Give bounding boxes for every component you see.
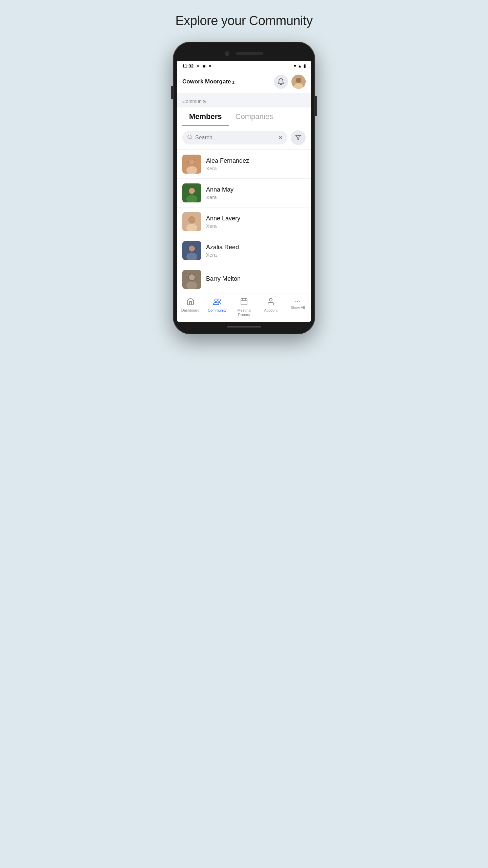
list-item[interactable]: Anne Lavery Xera [177,208,311,236]
search-icon [187,134,192,141]
status-icons-left: ⊕ ▣ ⊗ [196,64,212,68]
notification-bell-button[interactable] [274,75,288,89]
nav-item-show-all[interactable]: ··· Show All [284,294,311,322]
wifi-icon: ▾ [294,63,296,68]
account-icon [267,297,275,307]
svg-point-20 [189,245,195,252]
nav-label-dashboard: Dashboard [181,308,200,313]
globe-icon: ⊕ [196,64,200,68]
svg-marker-4 [296,135,301,140]
status-time: 11:32 [182,63,194,68]
svg-point-16 [189,217,195,223]
chevron-down-icon: ▾ [232,80,235,84]
tab-members[interactable]: Members [182,107,229,126]
svg-rect-27 [241,299,247,305]
member-info: Azalia Reed Xera [206,244,306,258]
member-avatar [182,270,201,289]
member-name: Alea Fernandez [206,157,306,164]
list-item[interactable]: Azalia Reed Xera [177,236,311,265]
nav-label-account: Account [264,308,278,313]
phone-screen: 11:32 ⊕ ▣ ⊗ ▾ ▲ ▮ Cowork Moorgate ▾ [177,61,311,322]
user-avatar-icon [291,75,306,89]
show-all-icon: ··· [294,297,301,304]
phone-bottom-bar [177,322,311,330]
member-company: Xera [206,223,306,229]
svg-point-1 [296,78,301,83]
nav-item-account[interactable]: Account [258,294,284,322]
avatar-alea [182,155,201,174]
nav-item-community[interactable]: Community [204,294,230,322]
search-area: ✕ [177,126,311,149]
member-avatar [182,241,201,260]
nav-label-show-all: Show All [290,305,305,310]
status-bar-right: ▾ ▲ ▮ [294,63,306,68]
nav-label-meeting-rooms: Meeting Rooms [237,308,250,317]
svg-point-8 [189,159,195,165]
list-item[interactable]: Barry Melton [177,265,311,294]
nav-label-community: Community [208,308,227,313]
phone-speaker [236,52,263,55]
list-item[interactable]: Anna May Xera [177,179,311,208]
bell-icon [277,78,285,85]
phone-top-bar [177,46,311,61]
member-info: Alea Fernandez Xera [206,157,306,171]
svg-point-24 [189,274,195,280]
member-company: Xera [206,252,306,258]
filter-button[interactable] [291,130,306,145]
clear-search-button[interactable]: ✕ [278,135,283,141]
member-company: Xera [206,165,306,171]
dnd-icon: ⊗ [208,64,212,68]
content-area: Community Members Companies [177,93,311,294]
status-bar-left: 11:32 ⊕ ▣ ⊗ [182,63,212,68]
user-avatar-button[interactable] [291,75,306,89]
page-title: Explore your Community [175,14,312,28]
member-company: Xera [206,194,306,200]
tab-companies[interactable]: Companies [229,107,280,126]
member-name: Anne Lavery [206,215,306,222]
dashboard-icon [186,297,195,307]
signal-icon: ▲ [298,63,302,68]
member-info: Anne Lavery Xera [206,215,306,229]
workspace-selector[interactable]: Cowork Moorgate ▾ [182,78,235,85]
svg-point-25 [215,299,217,301]
front-camera [225,51,229,56]
header-actions [274,75,306,89]
phone-shell: 11:32 ⊕ ▣ ⊗ ▾ ▲ ▮ Cowork Moorgate ▾ [173,42,315,334]
svg-point-31 [269,298,272,301]
svg-point-12 [189,188,195,194]
nav-item-dashboard[interactable]: Dashboard [177,294,204,322]
community-icon [213,297,222,307]
members-list: Alea Fernandez Xera Anna Ma [177,150,311,294]
member-avatar [182,155,201,174]
member-name: Anna May [206,186,306,193]
avatar-azalia [182,241,201,260]
status-bar: 11:32 ⊕ ▣ ⊗ ▾ ▲ ▮ [177,61,311,71]
nav-item-meeting-rooms[interactable]: Meeting Rooms [230,294,257,322]
battery-icon: ▮ [303,63,306,68]
member-name: Azalia Reed [206,244,306,251]
tabs-container: Members Companies [177,107,311,126]
workspace-name: Cowork Moorgate [182,78,231,85]
search-svg-icon [187,134,192,140]
member-name: Barry Melton [206,275,306,282]
app-header: Cowork Moorgate ▾ [177,71,311,93]
avatar-anne [182,212,201,231]
search-wrapper: ✕ [182,131,287,144]
meeting-rooms-icon [240,297,248,307]
svg-point-26 [218,299,220,301]
member-avatar [182,212,201,231]
bottom-navigation: Dashboard Community [177,294,311,322]
filter-icon [295,135,301,141]
home-indicator [227,326,261,328]
member-info: Barry Melton [206,275,306,283]
svg-point-3 [188,135,191,139]
avatar-anna [182,183,201,202]
member-avatar [182,183,201,202]
avatar-barry [182,270,201,289]
search-input[interactable] [195,135,276,141]
sim-icon: ▣ [202,64,206,68]
list-item[interactable]: Alea Fernandez Xera [177,150,311,179]
member-info: Anna May Xera [206,186,306,200]
section-label: Community [177,99,311,107]
